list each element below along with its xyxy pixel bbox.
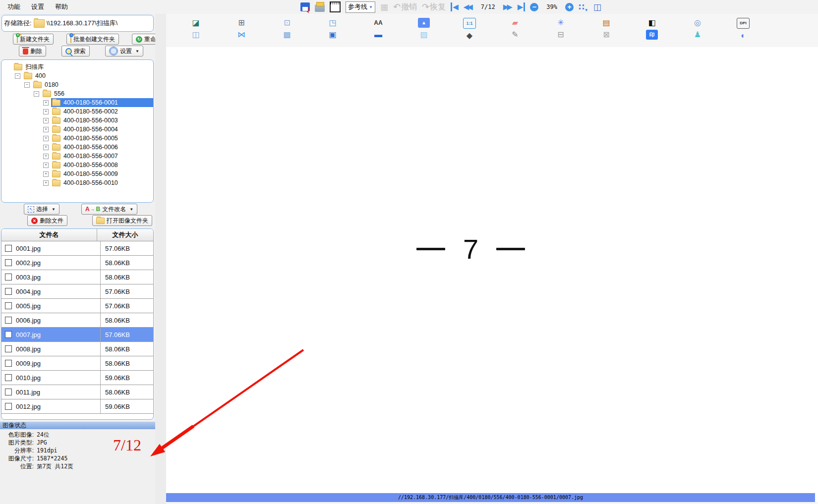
tree-toggle-icon[interactable]: + [43,171,49,177]
insert-image-icon[interactable]: ▣ [327,30,339,40]
undo-button[interactable]: ↶ 撤销 [393,1,417,12]
tree-node[interactable]: 扫描库 [1,62,153,71]
table-row[interactable]: 0003.jpg58.06KB [1,270,153,284]
file-checkbox[interactable] [5,345,12,352]
file-checkbox[interactable] [5,374,12,381]
menu-item[interactable]: 帮助 [50,2,73,11]
table-row[interactable]: 0001.jpg57.06KB [1,241,153,256]
stamp-char-icon[interactable]: 印 [646,30,658,40]
tree-node[interactable]: +400-0180-556-0001 [1,98,153,107]
thumbnail-view-button[interactable]: ∷ ▼ [579,2,588,12]
table-row[interactable]: 0008.jpg58.06KB [1,342,153,356]
tree-node[interactable]: +400-0180-556-0004 [1,125,153,134]
redo-button[interactable]: ↷ 恢复 [422,1,446,12]
tree-node[interactable]: +400-0180-556-0005 [1,134,153,143]
tree-toggle-icon[interactable]: + [43,154,49,159]
dpi-icon[interactable]: DPI [737,18,750,29]
delete-file-button[interactable]: × 删除文件 [27,215,67,226]
tree-toggle-icon[interactable]: + [43,163,49,168]
select-button[interactable]: ↖ 选择 ▼ [24,204,59,215]
file-checkbox[interactable] [5,245,12,252]
deselect-icon[interactable]: ⊠ [600,30,612,40]
table-row[interactable]: 0012.jpg59.06KB [1,399,153,414]
tree-node[interactable]: +400-0180-556-0002 [1,107,153,116]
delete-button[interactable]: 删除 [19,46,46,56]
zoom-out-button[interactable]: − [530,3,538,11]
text-highlight-icon[interactable]: ▬ [372,30,384,40]
soft-eraser-icon[interactable]: ▰ [509,18,521,28]
next-page-button[interactable]: ▶▶ [503,2,513,11]
file-checkbox[interactable] [5,259,12,266]
last-page-button[interactable]: ▶ [518,2,526,11]
resize-image-icon[interactable]: ◳ [327,18,339,28]
file-checkbox[interactable] [5,317,12,324]
doc-info-icon[interactable]: ▤ [600,18,612,28]
batch-create-folder-button[interactable]: − 批量创建文件夹 [66,34,119,45]
eraser-icon[interactable]: ◆ [464,31,475,41]
table-row[interactable]: 0010.jpg59.06KB [1,371,153,385]
flip-horizontal-icon[interactable]: ⋈ [235,30,247,40]
tree-toggle-icon[interactable]: + [43,136,49,141]
splitter[interactable] [155,14,166,504]
tree-node[interactable]: +400-0180-556-0003 [1,116,153,125]
zoom-in-button[interactable]: + [565,3,574,11]
tree-node[interactable]: +400-0180-556-0009 [1,169,153,178]
repair-pen-icon[interactable]: ✎ [509,30,521,40]
file-checkbox[interactable] [5,360,12,367]
tree-toggle-icon[interactable]: − [24,82,30,88]
file-checkbox[interactable] [5,389,12,395]
column-header-filename[interactable]: 文件名 [1,229,97,241]
tree-node[interactable]: +400-0180-556-0010 [1,178,153,187]
denoise-icon[interactable]: ✳ [555,18,567,28]
file-checkbox[interactable] [5,302,12,309]
table-row[interactable]: 0011.jpg58.06KB [1,385,153,399]
open-image-folder-button[interactable]: 打开图像文件夹 [92,215,152,226]
scan-copy-icon[interactable]: ⊞ [235,18,247,28]
tree-toggle-icon[interactable]: + [43,180,49,186]
menu-item[interactable]: 功能 [2,2,26,11]
tree-toggle-icon[interactable]: + [43,100,49,106]
column-header-filesize[interactable]: 文件大小 [97,229,153,241]
file-checkbox[interactable] [5,403,12,410]
tree-node[interactable]: −556 [1,89,153,98]
file-checkbox[interactable] [5,274,12,280]
tree-toggle-icon[interactable]: + [43,127,49,132]
marquee-select-icon[interactable]: ⊡ [281,18,293,28]
extract-page-icon[interactable]: ◪ [190,18,202,28]
font-icon[interactable]: AA [372,18,384,28]
table-row[interactable]: 0005.jpg57.06KB [1,299,153,313]
reference-line-dropdown[interactable]: 参考线 ▼ [346,1,375,13]
tree-node[interactable]: −0180 [1,80,153,89]
marquee-adjust-icon[interactable]: ▩ [281,30,293,40]
tree-node[interactable]: −400 [1,71,153,80]
tree-node[interactable]: +400-0180-556-0008 [1,161,153,169]
table-row[interactable]: 0004.jpg57.06KB [1,284,153,299]
facing-pages-button[interactable]: ◫ [593,2,601,12]
settings-button[interactable]: 设置 ▼ [105,46,143,56]
save-button[interactable] [300,2,310,11]
tree-toggle-icon[interactable]: − [15,73,20,79]
table-row[interactable]: 0002.jpg58.06KB [1,256,153,270]
menu-item[interactable]: 设置 [26,2,50,11]
file-checkbox[interactable] [5,331,12,338]
table-row[interactable]: 0009.jpg58.06KB [1,356,153,371]
print-button[interactable] [315,2,325,12]
invert-bw-icon[interactable]: ◧ [646,18,658,28]
photo-icon[interactable]: ▲ [418,18,430,28]
stamp-icon[interactable]: ♟ [692,30,703,40]
rotate-image-icon[interactable]: ◫ [190,30,202,40]
file-checkbox[interactable] [5,288,12,295]
table-row[interactable]: 0007.jpg57.06KB [1,328,153,342]
document-canvas[interactable]: 7 //192.168.30.177/扫描库/400/0180/556/400-… [166,47,818,502]
tree-toggle-icon[interactable]: + [43,118,49,123]
tree-node[interactable]: +400-0180-556-0007 [1,152,153,161]
tree-toggle-icon[interactable]: + [43,145,49,150]
contrast-icon[interactable]: ◐ [737,31,749,41]
one-to-one-icon[interactable]: 1:1 [463,18,476,29]
search-button[interactable]: 搜索 [61,46,90,56]
hatch-pattern-icon[interactable]: ▨ [418,30,430,40]
prev-page-button[interactable]: ◀◀ [464,2,473,11]
rename-file-button[interactable]: A→B 文件改名 ▼ [81,204,137,215]
new-folder-button[interactable]: + 新建文件夹 [13,34,54,45]
target-icon[interactable]: ◎ [692,18,703,28]
